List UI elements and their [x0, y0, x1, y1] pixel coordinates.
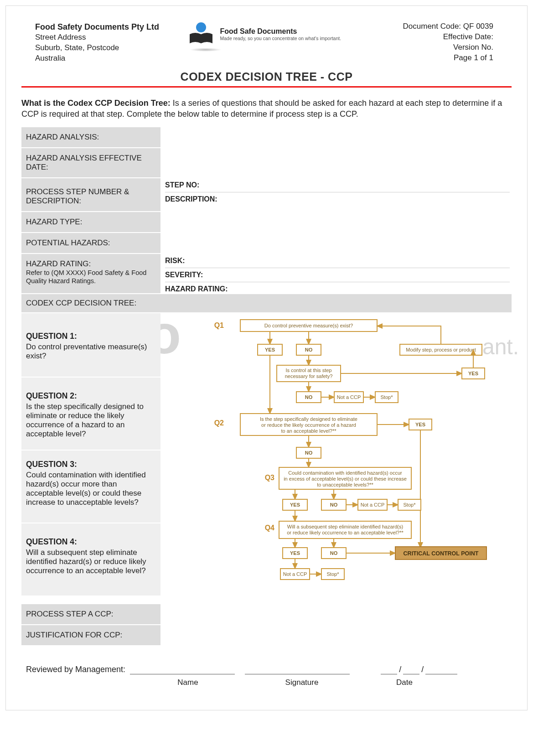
- diagram-q2-l2: or reduce the likely occurrence of a haz…: [261, 422, 356, 428]
- signature-label: Reviewed by Management:: [26, 665, 125, 674]
- company-name: Food Safety Documents Pty Ltd: [35, 21, 159, 32]
- field-risk[interactable]: RISK:: [165, 254, 510, 268]
- label-is-ccp: PROCESS STEP A CCP:: [26, 610, 113, 618]
- logo-icon: [187, 21, 215, 47]
- diagram-q4-l1: Will a subsequent step eliminate identif…: [287, 524, 403, 529]
- diagram-q3-l3: to unacceptable levels?**: [317, 482, 373, 487]
- diagram-q1-label: Q1: [214, 321, 224, 329]
- signature-name-line[interactable]: [130, 664, 235, 674]
- signature-name-label: Name: [131, 678, 245, 687]
- header-docinfo: Document Code: QF 0039 Effective Date: V…: [403, 21, 493, 63]
- diagram-q4-yes: YES: [290, 550, 300, 556]
- effective-date: Effective Date:: [403, 32, 493, 42]
- diagram-q1-yes: YES: [265, 347, 275, 352]
- label-q1-head: QUESTION 1:: [26, 331, 156, 341]
- label-hazard-rating-sub: Refer to (QM XXXX) Food Safety & Food Qu…: [26, 269, 156, 285]
- page: e Do o you c ant. Food Safety Documents …: [5, 5, 528, 710]
- diagram-q4-l2: or reduce likely occurrence to an accept…: [287, 530, 404, 535]
- logo-tagline: Made ready, so you can concentrate on wh…: [220, 36, 341, 41]
- form-table: HAZARD ANALYSIS: HAZARD ANALYSIS EFFECTI…: [21, 127, 512, 646]
- label-q4-text: Will a subsequent step eliminate identif…: [26, 548, 156, 575]
- label-decision-tree: CODEX CCP DECISION TREE:: [26, 299, 136, 307]
- signature-date-line[interactable]: //: [381, 664, 457, 674]
- field-is-ccp[interactable]: [160, 604, 512, 625]
- diagram-stop-3: Stop*: [327, 571, 340, 577]
- diagram-q3-label: Q3: [265, 474, 274, 482]
- diagram-q3-yes: YES: [290, 502, 300, 507]
- logo-shadow: [190, 48, 222, 52]
- document-code: Document Code: QF 0039: [403, 21, 493, 32]
- diagram-modify: Modify step, process or product: [406, 347, 476, 352]
- label-q4-head: QUESTION 4:: [26, 537, 156, 547]
- field-hazard-type[interactable]: [160, 212, 512, 233]
- diagram-notccp-2: Not a CCP: [361, 502, 385, 507]
- logo-name: Food Safe Documents: [220, 27, 341, 36]
- diagram-q1-box: Do control preventive measure(s) exist?: [264, 323, 353, 328]
- intro-text: What is the Codex CCP Decision Tree: Is …: [21, 98, 512, 120]
- header-company-block: Food Safety Documents Pty Ltd Street Add…: [35, 21, 159, 64]
- label-justification: JUSTIFICATION FOR CCP:: [26, 631, 122, 639]
- field-step-no[interactable]: STEP NO:: [165, 178, 510, 192]
- header-logo-block: Food Safe Documents Made ready, so you c…: [187, 21, 341, 52]
- field-justification[interactable]: [160, 625, 512, 646]
- diagram-q2-l1: Is the step specifically designed to eli…: [260, 416, 357, 422]
- diagram-safety-l1: Is control at this step: [286, 368, 332, 373]
- field-hazard-analysis[interactable]: [160, 127, 512, 148]
- label-hazard-type: HAZARD TYPE:: [26, 217, 82, 226]
- signature-block: Reviewed by Management: // Name Signatur…: [26, 664, 507, 687]
- label-potential-hazards: POTENTIAL HAZARDS:: [26, 238, 110, 247]
- field-ha-date[interactable]: [160, 148, 512, 178]
- title-underline: [21, 86, 512, 88]
- page-no: Page 1 of 1: [403, 53, 493, 63]
- svg-point-0: [196, 22, 206, 32]
- label-hazard-analysis: HAZARD ANALYSIS:: [26, 133, 99, 141]
- diagram-q2-no: NO: [305, 450, 313, 456]
- diagram-q3-l2: in excess of acceptable level(s) or coul…: [284, 476, 407, 482]
- diagram-safety-l2: necessary for safety?: [285, 373, 333, 379]
- label-hazard-rating: HAZARD RATING:: [26, 259, 156, 269]
- signature-date-label: Date: [359, 678, 450, 687]
- page-title: CODEX DECISION TREE - CCP: [21, 70, 512, 83]
- field-description[interactable]: DESCRIPTION:: [165, 192, 510, 203]
- label-q3-head: QUESTION 3:: [26, 460, 156, 469]
- diagram-stop-2: Stop*: [404, 502, 416, 507]
- signature-sig-label: Signature: [245, 678, 359, 687]
- diagram-q4-label: Q4: [265, 524, 274, 532]
- field-potential-hazards[interactable]: [160, 233, 512, 254]
- diagram-q1-no: NO: [305, 347, 313, 352]
- label-process-step: PROCESS STEP NUMBER & DESCRIPTION:: [26, 187, 129, 205]
- diagram-safety-no: NO: [305, 394, 313, 400]
- diagram-cell: Q1 Do control preventive measure(s) exis…: [160, 313, 512, 604]
- signature-sign-line[interactable]: [245, 664, 350, 674]
- diagram-q2-yes: YES: [415, 422, 425, 427]
- intro-bold: What is the Codex CCP Decision Tree:: [21, 98, 171, 108]
- diagram-ccp: CRITICAL CONTROL POINT: [404, 550, 479, 557]
- diagram-q4-no: NO: [330, 550, 338, 556]
- diagram-notccp-3: Not a CCP: [283, 571, 307, 577]
- label-q2-head: QUESTION 2:: [26, 391, 156, 401]
- company-street: Street Address: [35, 32, 159, 43]
- company-suburb: Suburb, State, Postcode: [35, 43, 159, 53]
- label-q2-text: Is the step specifically designed to eli…: [26, 402, 156, 439]
- field-hazard-rating[interactable]: HAZARD RATING:: [165, 282, 510, 293]
- decision-tree-diagram: Q1 Do control preventive measure(s) exis…: [162, 317, 510, 595]
- diagram-notccp-1: Not a CCP: [337, 394, 361, 400]
- diagram-q3-l1: Could contamination with identified haza…: [288, 470, 402, 476]
- company-country: Australia: [35, 53, 159, 64]
- header: Food Safety Documents Pty Ltd Street Add…: [35, 21, 512, 64]
- diagram-q2-label: Q2: [214, 419, 224, 427]
- field-severity[interactable]: SEVERITY:: [165, 268, 510, 282]
- diagram-stop-1: Stop*: [381, 394, 393, 400]
- diagram-q2-l3: to an acceptable level?**: [281, 428, 336, 434]
- diagram-q3-no: NO: [330, 502, 338, 507]
- version-no: Version No.: [403, 42, 493, 53]
- diagram-safety-yes: YES: [468, 371, 478, 376]
- label-ha-date: HAZARD ANALYSIS EFFECTIVE DATE:: [26, 154, 142, 171]
- label-q3-text: Could contamination with identified haza…: [26, 471, 156, 507]
- label-q1-text: Do control preventative measure(s) exist…: [26, 342, 156, 361]
